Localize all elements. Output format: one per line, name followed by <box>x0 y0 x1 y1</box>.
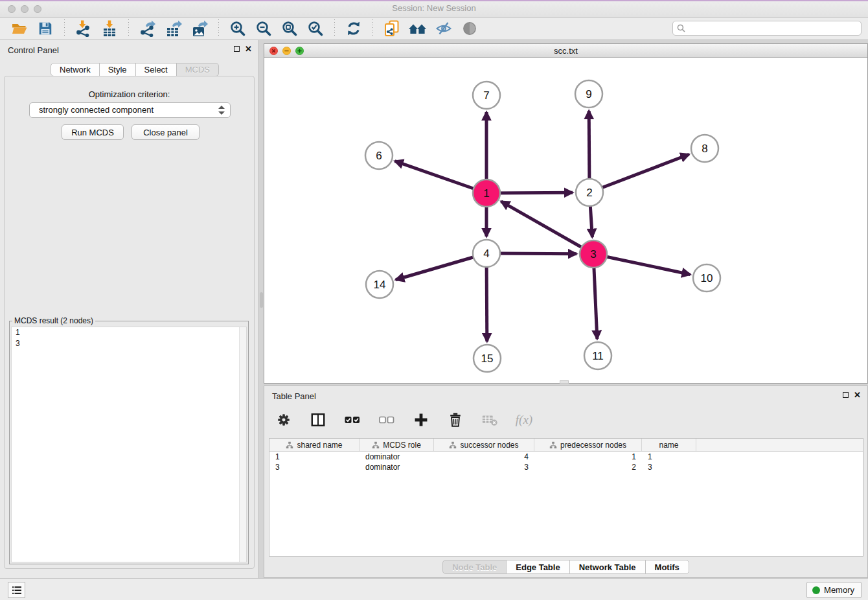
graph-node-15[interactable]: 15 <box>474 345 501 372</box>
graph-node-8[interactable]: 8 <box>691 135 718 162</box>
delete-values-trash-icon[interactable] <box>446 410 465 430</box>
open-session-icon[interactable] <box>10 19 29 38</box>
node-table: shared name MCDS role successor nodes pr… <box>269 438 863 557</box>
table-row[interactable]: 3 dominator 3 2 3 <box>269 462 863 472</box>
graph-edge-3-10[interactable] <box>593 254 691 275</box>
function-builder-icon-disabled: f(x) <box>514 410 534 430</box>
import-network-icon[interactable] <box>74 19 93 38</box>
table-row[interactable]: 1 dominator 4 1 1 <box>269 452 863 462</box>
zoom-in-icon[interactable] <box>228 19 247 38</box>
result-scrollbar[interactable] <box>239 327 246 562</box>
search-icon <box>677 24 685 32</box>
cell-mcds-role: dominator <box>360 462 434 472</box>
panel-splitter-handle[interactable] <box>260 292 263 308</box>
float-panel-icon[interactable] <box>843 392 849 398</box>
import-table-icon[interactable] <box>100 19 119 38</box>
first-neighbors-icon[interactable] <box>408 19 428 38</box>
export-table-icon[interactable] <box>164 19 183 38</box>
mcds-result-legend: MCDS result (2 nodes) <box>12 316 95 325</box>
dropdown-stepper-icon <box>218 105 225 115</box>
zoom-fit-icon[interactable] <box>280 19 299 38</box>
show-columns-icon[interactable] <box>308 410 328 430</box>
graph-node-3[interactable]: 3 <box>580 240 607 268</box>
column-header-predecessor-nodes[interactable]: predecessor nodes <box>534 439 642 451</box>
select-all-icon[interactable] <box>343 410 362 430</box>
graph-edge-2-8[interactable] <box>589 154 689 192</box>
show-details-icon[interactable] <box>460 19 479 38</box>
memory-status-icon <box>812 586 820 594</box>
svg-text:10: 10 <box>701 272 713 284</box>
search-input[interactable] <box>672 21 862 36</box>
main-toolbar <box>0 17 868 40</box>
titlebar-accent <box>0 0 868 1</box>
column-header-mcds-role[interactable]: MCDS role <box>360 439 434 451</box>
add-column-icon[interactable] <box>411 410 431 430</box>
close-panel-icon[interactable]: ✕ <box>854 391 861 398</box>
close-panel-button[interactable]: Close panel <box>131 124 200 140</box>
export-image-icon[interactable] <box>190 19 209 38</box>
network-window-titlebar[interactable]: scc.txt <box>264 44 867 58</box>
svg-text:14: 14 <box>374 279 386 291</box>
tab-edge-table[interactable]: Edge Table <box>506 560 569 574</box>
refresh-icon[interactable] <box>344 19 363 38</box>
desktop-area: Control Panel ✕ Network Style Select MCD… <box>0 40 868 578</box>
save-session-icon[interactable] <box>36 19 55 38</box>
toolbar-separator <box>334 19 335 38</box>
svg-text:8: 8 <box>702 143 707 155</box>
memory-button[interactable]: Memory <box>806 582 862 598</box>
tab-network[interactable]: Network <box>51 63 100 76</box>
criterion-dropdown[interactable]: strongly connected component <box>29 102 231 118</box>
column-header-successor-nodes[interactable]: successor nodes <box>434 439 534 451</box>
graph-node-11[interactable]: 11 <box>584 342 611 369</box>
graph-node-1[interactable]: 1 <box>473 179 500 207</box>
graph-node-14[interactable]: 14 <box>366 271 393 298</box>
svg-text:15: 15 <box>481 352 494 365</box>
column-header-name[interactable]: name <box>642 439 696 451</box>
graph-node-2[interactable]: 2 <box>576 179 603 206</box>
graph-node-4[interactable]: 4 <box>473 240 500 267</box>
network-canvas[interactable]: 1234678910111415 <box>264 58 867 383</box>
close-panel-icon[interactable]: ✕ <box>245 45 252 52</box>
table-settings-gear-icon[interactable] <box>274 410 293 430</box>
zoom-selected-icon[interactable] <box>306 19 325 38</box>
cell-predecessor-nodes: 2 <box>534 462 642 472</box>
cell-mcds-role: dominator <box>360 452 434 462</box>
duplicate-network-icon[interactable] <box>382 19 402 38</box>
list-icon <box>11 584 23 596</box>
table-header-row: shared name MCDS role successor nodes pr… <box>269 439 863 452</box>
cell-name: 1 <box>642 452 696 462</box>
window-title: Session: New Session <box>0 3 868 13</box>
window-titlebar: Session: New Session <box>0 0 868 17</box>
memory-label: Memory <box>824 585 854 595</box>
tab-motifs[interactable]: Motifs <box>645 560 689 574</box>
control-panel: Control Panel ✕ Network Style Select MCD… <box>0 40 259 578</box>
graph-node-10[interactable]: 10 <box>693 264 720 292</box>
flow-icon <box>286 441 293 449</box>
table-panel-tabs: Node Table Edge Table Network Table Moti… <box>264 560 867 574</box>
graph-node-9[interactable]: 9 <box>575 80 602 108</box>
export-network-icon[interactable] <box>138 19 157 38</box>
tab-node-table[interactable]: Node Table <box>442 560 507 574</box>
toolbar-separator <box>128 19 129 38</box>
zoom-out-icon[interactable] <box>254 19 273 38</box>
mcds-result-list[interactable]: 1 3 <box>11 327 247 562</box>
column-header-shared-name[interactable]: shared name <box>269 439 360 451</box>
cell-successor-nodes: 3 <box>434 462 534 472</box>
graph-node-6[interactable]: 6 <box>365 142 393 169</box>
run-mcds-button[interactable]: Run MCDS <box>62 124 124 140</box>
graph-edge-1-6[interactable] <box>395 161 486 193</box>
delete-table-icon-disabled <box>480 410 499 430</box>
hide-details-icon[interactable] <box>434 19 453 38</box>
graph-node-7[interactable]: 7 <box>473 82 500 109</box>
tab-mcds[interactable]: MCDS <box>176 63 219 76</box>
svg-text:9: 9 <box>586 88 591 100</box>
task-history-button[interactable] <box>8 582 25 598</box>
svg-text:7: 7 <box>483 89 489 102</box>
deselect-all-icon[interactable] <box>377 410 396 430</box>
tab-style[interactable]: Style <box>99 63 136 76</box>
float-panel-icon[interactable] <box>234 46 240 52</box>
tab-select[interactable]: Select <box>135 63 177 76</box>
graph-edge-3-1[interactable] <box>501 202 593 254</box>
tab-network-table[interactable]: Network Table <box>569 560 646 574</box>
window-resize-grip[interactable] <box>560 380 569 384</box>
